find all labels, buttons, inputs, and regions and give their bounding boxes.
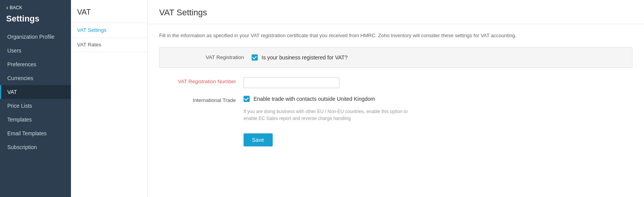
sidebar-item-organization-profile[interactable]: Organization Profile xyxy=(0,30,71,44)
sidebar-item-templates[interactable]: Templates xyxy=(0,113,71,126)
subnav-item-vat-rates[interactable]: VAT Rates xyxy=(71,38,147,52)
international-trade-value: Enable trade with contacts outside Unite… xyxy=(244,96,632,122)
vat-number-input[interactable] xyxy=(244,77,339,88)
main-header: VAT Settings xyxy=(148,0,644,24)
sidebar-title: Settings xyxy=(0,14,71,30)
save-button[interactable]: Save xyxy=(244,133,273,146)
international-trade-checkbox-label: Enable trade with contacts outside Unite… xyxy=(254,96,375,102)
sidebar-item-label: Organization Profile xyxy=(7,34,54,40)
sidebar-item-users[interactable]: Users xyxy=(0,44,71,57)
vat-registration-box: VAT Registration Is your business regist… xyxy=(159,47,632,68)
sidebar-item-label: Users xyxy=(7,48,21,54)
sidebar-item-label: Email Templates xyxy=(7,130,46,136)
sidebar-item-label: Subscription xyxy=(7,144,37,150)
sidebar-item-label: Templates xyxy=(7,117,32,123)
sidebar-item-label: Currencies xyxy=(7,75,33,81)
back-label: BACK xyxy=(10,5,22,10)
chevron-left-icon xyxy=(6,5,8,11)
main-content: VAT Settings Fill in the information as … xyxy=(148,0,644,197)
subnav-item-label: VAT Rates xyxy=(77,42,101,48)
sidebar-item-vat[interactable]: VAT xyxy=(0,85,71,99)
sidebar-item-preferences[interactable]: Preferences xyxy=(0,57,71,71)
description-text: Fill in the information as specified in … xyxy=(159,32,632,39)
vat-number-label: VAT Registration Number xyxy=(159,77,244,84)
sidebar-item-price-lists[interactable]: Price Lists xyxy=(0,99,71,113)
subnav-item-label: VAT Settings xyxy=(77,27,107,33)
vat-registration-label: VAT Registration xyxy=(167,54,252,60)
sidebar-item-label: Price Lists xyxy=(7,103,32,109)
sidebar-item-email-templates[interactable]: Email Templates xyxy=(0,126,71,140)
subnav-item-vat-settings[interactable]: VAT Settings xyxy=(71,23,147,38)
international-trade-row: International Trade Enable trade with co… xyxy=(159,96,632,122)
sidebar-item-label: VAT xyxy=(7,89,17,95)
vat-registration-value: Is your business registered for VAT? xyxy=(252,54,348,61)
vat-registration-checkbox-label: Is your business registered for VAT? xyxy=(262,54,348,61)
international-trade-label: International Trade xyxy=(159,96,244,103)
vat-number-row: VAT Registration Number xyxy=(159,77,632,88)
international-trade-description: If you are doing business with other EU … xyxy=(244,108,416,122)
vat-registration-checkbox[interactable] xyxy=(252,54,258,61)
main-body: Fill in the information as specified in … xyxy=(148,24,644,154)
subnav-title: VAT xyxy=(71,0,147,23)
page-title: VAT Settings xyxy=(159,8,632,18)
sidebar-item-label: Preferences xyxy=(7,61,36,67)
subnav-panel: VAT VAT Settings VAT Rates xyxy=(71,0,148,197)
sidebar-item-subscription[interactable]: Subscription xyxy=(0,140,71,154)
international-trade-checkbox[interactable] xyxy=(244,96,250,102)
sidebar-nav: Organization Profile Users Preferences C… xyxy=(0,30,71,154)
vat-number-value xyxy=(244,77,632,88)
sidebar: BACK Settings Organization Profile Users… xyxy=(0,0,71,197)
sidebar-item-currencies[interactable]: Currencies xyxy=(0,71,71,85)
back-button[interactable]: BACK xyxy=(0,0,71,14)
